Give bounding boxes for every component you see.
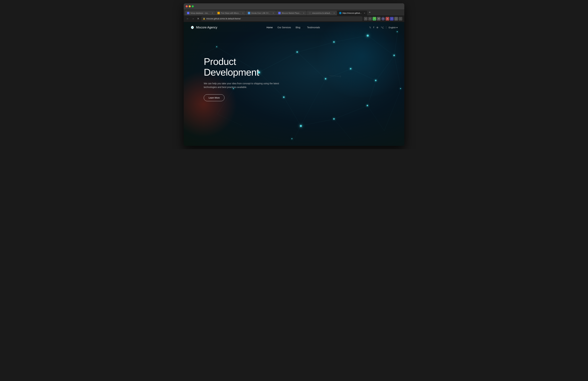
language-label: English [389,26,396,29]
nav-item-blog[interactable]: Blog ▾ [296,26,302,29]
nav-item-testimonials[interactable]: Testimonials [307,26,320,29]
tab-market[interactable]: Mixcore Market Place - home ✕ [276,11,306,15]
hero-content: Product Development We can help you take… [184,33,297,111]
traffic-lights [186,5,194,7]
svg-line-8 [326,69,351,79]
network-node [333,41,335,43]
title-bar [184,3,404,9]
brand-name: Mixcore Agency [196,26,217,29]
hero-title: Product Development [204,56,291,78]
extension-icon-1[interactable]: 🧩 [373,17,376,21]
extension-icon-6[interactable]: ↓ [394,17,398,21]
tab-icon-web [339,12,341,14]
svg-line-14 [301,79,326,126]
browser-window: Setup database - mixcore ✕ First Steps w… [184,3,404,146]
network-node [375,80,377,81]
svg-line-9 [351,69,376,81]
tab-label: mixcore/mix.fe.default-theme... [312,12,332,14]
tab-icon-market [278,12,281,14]
svg-line-28 [340,76,341,78]
network-node [400,88,401,89]
nav-links: Home Our Services Blog ▾ Testimonials [266,26,320,29]
nav-link-blog[interactable]: Blog [296,26,300,29]
menu-button[interactable]: ⋮ [399,17,402,21]
extension-icon-2[interactable]: ⚙ [377,17,380,21]
back-button[interactable]: ← [186,17,190,21]
svg-line-5 [334,35,368,42]
extension-icon-5[interactable]: ⬡ [390,17,394,21]
tab-close-button[interactable]: ✕ [273,12,274,14]
network-node [292,138,292,139]
nav-item-home[interactable]: Home [266,26,273,29]
nav-link-home[interactable]: Home [266,26,273,29]
url-bar[interactable]: 🔒 mixcore.github.io/mix.fe.default-theme… [201,16,362,21]
tab-honda[interactable]: Honda Civic 1.8E CVT 2019 - 2 ✕ [246,11,276,15]
nav-link-testimonials[interactable]: Testimonials [307,26,320,29]
hero-title-line1: Product [204,56,236,67]
close-window-button[interactable] [186,5,188,7]
svg-line-12 [301,119,334,126]
tab-close-button[interactable]: ✕ [303,12,304,14]
nav-item-services[interactable]: Our Services [277,26,291,29]
svg-line-18 [334,119,351,139]
nav-brand[interactable]: Mixcore Agency [190,25,217,29]
svg-line-4 [297,52,326,79]
svg-line-22 [394,56,401,89]
add-tab-toolbar-button[interactable]: + [368,17,372,21]
github-icon[interactable]: ⌥ [381,26,384,29]
tab-mixcore-home[interactable]: https://mixcore.github.io/mix.f... ✕ [337,11,367,15]
extension-icon-4[interactable]: ◈ [386,17,389,21]
star-button[interactable]: ☆ [364,17,368,21]
tab-setup-database[interactable]: Setup database - mixcore ✕ [185,11,215,15]
svg-line-16 [334,106,368,119]
facebook-icon[interactable]: f [373,26,374,29]
network-node [394,55,395,56]
website-content: Mixcore Agency Home Our Services Blog ▾ … [184,22,404,146]
tab-label: Setup database - mixcore [190,12,210,14]
svg-line-6 [368,35,394,56]
svg-line-7 [394,32,398,56]
svg-line-26 [329,76,341,76]
forward-button[interactable]: → [191,17,195,21]
nav-link-services[interactable]: Our Services [277,26,291,29]
learn-more-button[interactable]: Learn More [204,94,225,101]
svg-line-23 [384,89,401,131]
network-node [333,118,335,120]
hero-title-line2: Development [204,67,259,78]
language-selector[interactable]: English ▾ [389,26,398,29]
network-node [367,105,368,106]
toolbar-icons: ☆ + 🧩 ⚙ ● ◈ ⬡ ↓ ⋮ [364,17,402,21]
tab-close-button[interactable]: ✕ [242,12,244,14]
svg-line-3 [297,42,334,52]
minimize-window-button[interactable] [189,5,191,7]
tab-first-steps[interactable]: First Steps with Mixcore CMS ✕ [215,11,246,15]
tab-close-button[interactable]: ✕ [212,12,213,14]
extension-icon-3[interactable]: ● [381,17,385,21]
tabs-bar: Setup database - mixcore ✕ First Steps w… [184,9,404,15]
url-text: mixcore.github.io/mix.fe.default-theme/ [206,18,241,20]
tab-icon-car [248,12,250,14]
tab-github[interactable]: mixcore/mix.fe.default-theme... ✕ [307,11,337,15]
tab-icon-db [187,12,189,14]
brand-logo-icon [190,25,194,29]
hero-subtitle: We can help you take your idea from conc… [204,82,281,89]
maximize-window-button[interactable] [192,5,194,7]
lock-icon: 🔒 [203,18,205,20]
twitter-icon[interactable]: 𝕏 [369,26,371,29]
new-tab-button[interactable]: + [368,11,372,14]
network-node [325,78,326,79]
network-node [300,125,302,127]
globe-icon[interactable]: ⊕ [377,26,378,29]
tab-label: Honda Civic 1.8E CVT 2019 - 2 [251,12,271,14]
svg-line-21 [217,114,242,126]
site-nav: Mixcore Agency Home Our Services Blog ▾ … [184,22,404,33]
tab-close-button[interactable]: ✕ [334,12,335,14]
tab-label: https://mixcore.github.io/mix.f... [342,12,362,14]
svg-line-17 [368,106,384,131]
tab-close-button[interactable]: ✕ [364,12,365,14]
tab-icon-cms [217,12,220,14]
blog-dropdown-arrow: ▾ [301,27,302,29]
address-bar: ← → ✕ 🔒 mixcore.github.io/mix.fe.default… [184,15,404,22]
network-node [367,35,369,37]
reload-button[interactable]: ✕ [196,16,200,21]
